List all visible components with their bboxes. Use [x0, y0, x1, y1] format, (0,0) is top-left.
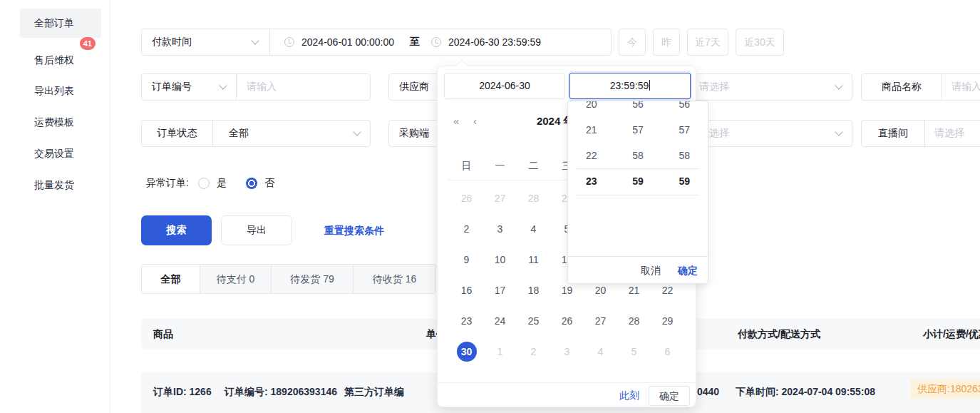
abnormal-order-row: 异常订单: 是 否 — [146, 177, 274, 190]
time-option[interactable]: 22 — [568, 143, 614, 168]
select-row3[interactable]: 请选择 — [688, 120, 852, 147]
search-button[interactable]: 搜索 — [141, 215, 212, 245]
calendar-day[interactable]: 16 — [450, 275, 483, 305]
date-range-input[interactable]: 2024-06-01 00:00:00 至 2024-06-30 23:59:5… — [270, 36, 611, 49]
calendar-day[interactable]: 29 — [651, 305, 684, 336]
chevron-down-icon — [251, 36, 259, 44]
quick-30days-button[interactable]: 近30天 — [736, 29, 784, 56]
time-options: 205656215757225858235959 — [568, 101, 708, 194]
weekday-label: 日 — [450, 155, 483, 175]
time-option[interactable]: 21 — [568, 117, 614, 143]
time-option[interactable]: 57 — [614, 117, 661, 143]
clock-icon — [431, 37, 441, 47]
sidebar-item-shipping-template[interactable]: 运费模板 — [20, 108, 101, 137]
quick-7days-button[interactable]: 近7天 — [687, 29, 728, 56]
live-room-control: 直播间 请选择 — [861, 120, 980, 147]
tab-pending-payment[interactable]: 待支付 0 — [200, 265, 272, 293]
order-tabs: 全部 待支付 0 待发货 79 待收货 16 — [141, 264, 436, 294]
calendar-day[interactable]: 9 — [450, 244, 483, 275]
popup-arrow — [456, 60, 468, 72]
time-cancel-button[interactable]: 取消 — [641, 265, 661, 277]
range-end-value: 2024-06-30 23:59:59 — [448, 36, 541, 48]
calendar-day[interactable]: 27 — [483, 183, 517, 213]
calendar-day[interactable]: 4 — [584, 336, 617, 367]
sidebar-item-trade-settings[interactable]: 交易设置 — [20, 139, 101, 168]
calendar-day[interactable]: 1 — [483, 336, 517, 367]
sidebar-item-export-list[interactable]: 导出列表 — [20, 76, 101, 106]
product-name-input[interactable]: 请输入 — [942, 81, 980, 93]
calendar-day[interactable]: 30 — [450, 336, 483, 367]
calendar-day[interactable]: 2 — [450, 213, 483, 244]
order-number: 订单编号: 189206393146 — [225, 386, 337, 399]
calendar-day[interactable]: 25 — [517, 305, 550, 336]
calendar-day[interactable]: 5 — [617, 336, 651, 367]
sidebar-item-after-sales[interactable]: 售后维权 41 — [20, 46, 101, 75]
time-option[interactable]: 20 — [568, 101, 614, 117]
calendar-day[interactable]: 2 — [517, 336, 550, 367]
picker-date-input[interactable]: 2024-06-30 — [444, 73, 565, 99]
abnormal-yes-radio[interactable] — [198, 178, 210, 189]
time-option[interactable]: 23 — [568, 168, 614, 194]
calendar-day[interactable]: 24 — [483, 305, 517, 336]
picker-confirm-button[interactable]: 确定 — [649, 386, 690, 406]
time-field-select[interactable]: 付款时间 — [142, 36, 269, 49]
calendar-day[interactable]: 4 — [517, 213, 550, 244]
calendar-day[interactable]: 6 — [651, 336, 684, 367]
time-option[interactable]: 59 — [614, 168, 661, 194]
sidebar-item-all-orders[interactable]: 全部订单 — [20, 9, 101, 38]
calendar-day[interactable]: 11 — [517, 244, 550, 275]
calendar-day[interactable]: 28 — [617, 305, 651, 336]
calendar-day[interactable]: 3 — [550, 336, 584, 367]
chevron-down-icon — [219, 81, 227, 89]
calendar-day[interactable]: 23 — [450, 305, 483, 336]
quick-yesterday-button[interactable]: 昨 — [653, 29, 680, 56]
order-status-select[interactable]: 全部 — [213, 127, 370, 140]
time-option[interactable]: 58 — [614, 143, 661, 168]
calendar-day[interactable]: 18 — [517, 275, 550, 305]
time-select-panel: 205656215757225858235959 取消 确定 — [567, 101, 708, 284]
calendar-day[interactable]: 3 — [483, 213, 517, 244]
weekday-label: 一 — [483, 155, 517, 175]
export-button[interactable]: 导出 — [221, 215, 292, 245]
sidebar: 全部订单 售后维权 41 导出列表 运费模板 交易设置 批量发货 — [0, 0, 110, 413]
live-room-label: 直播间 — [862, 127, 924, 140]
third-party-order-suffix: 0440 — [697, 386, 719, 397]
abnormal-no-label: 否 — [264, 177, 274, 190]
time-option[interactable]: 58 — [661, 143, 708, 168]
time-panel-footer: 取消 确定 — [568, 256, 708, 284]
order-status-label: 订单状态 — [142, 127, 212, 140]
product-name-control: 商品名称 请输入 — [861, 73, 980, 101]
now-link[interactable]: 此刻 — [619, 389, 639, 402]
calendar-day[interactable]: 26 — [450, 183, 483, 213]
tab-pending-shipment[interactable]: 待发货 79 — [272, 265, 354, 293]
calendar-day[interactable]: 17 — [483, 275, 517, 305]
order-no-control: 订单编号 请输入 — [141, 73, 371, 101]
picker-time-input[interactable]: 23:59:59 — [569, 73, 691, 99]
time-option[interactable]: 57 — [661, 117, 708, 143]
order-no-field-select[interactable]: 订单编号 — [142, 81, 236, 93]
abnormal-no-radio[interactable] — [246, 178, 257, 189]
after-sales-badge: 41 — [80, 37, 96, 50]
tab-all[interactable]: 全部 — [142, 265, 200, 293]
time-option[interactable]: 59 — [661, 168, 708, 194]
text-cursor — [649, 80, 650, 91]
order-no-input[interactable]: 请输入 — [237, 81, 370, 93]
time-confirm-button[interactable]: 确定 — [678, 265, 698, 277]
reset-filters-link[interactable]: 重置搜索条件 — [324, 225, 384, 238]
calendar-day[interactable]: 26 — [550, 305, 584, 336]
tab-pending-receipt[interactable]: 待收货 16 — [354, 265, 435, 293]
calendar-day[interactable]: 27 — [584, 305, 617, 336]
time-option[interactable]: 56 — [614, 101, 661, 117]
live-room-select[interactable]: 请选择 — [925, 127, 980, 140]
chevron-down-icon — [353, 128, 361, 136]
order-created-time: 下单时间: 2024-07-04 09:55:08 — [736, 386, 875, 399]
quick-today-button[interactable]: 今 — [619, 29, 646, 56]
calendar-day[interactable]: 28 — [517, 183, 550, 213]
select-row2[interactable]: 请选择 — [688, 73, 852, 101]
sidebar-item-batch-shipping[interactable]: 批量发货 — [20, 170, 101, 200]
calendar-day[interactable]: 10 — [483, 244, 517, 275]
range-separator: 至 — [410, 36, 420, 49]
time-option[interactable]: 56 — [661, 101, 708, 117]
abnormal-order-label: 异常订单: — [146, 177, 189, 190]
chevron-down-icon — [835, 128, 842, 136]
